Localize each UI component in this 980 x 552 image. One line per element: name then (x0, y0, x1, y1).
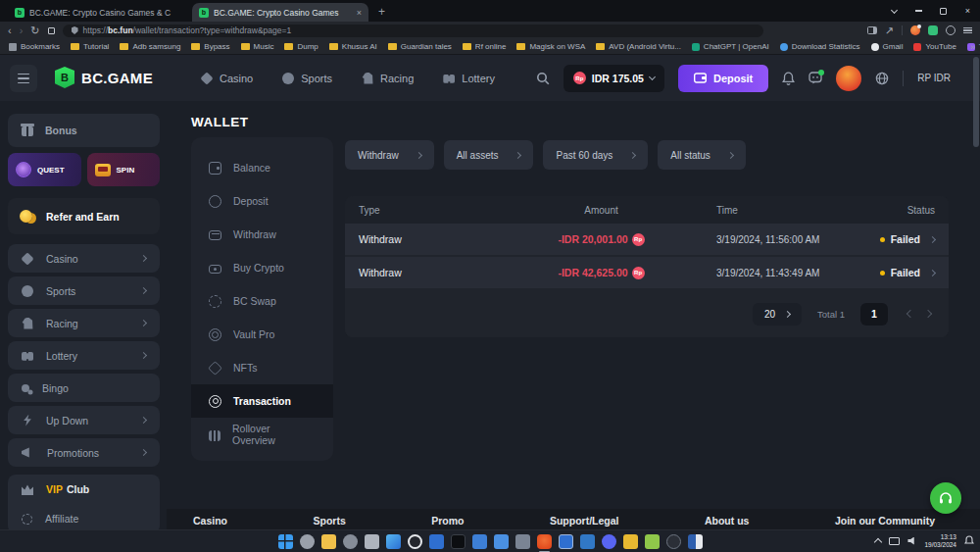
wallet-menu-balance[interactable]: Balance (191, 151, 333, 184)
sidebar-item-lottery[interactable]: Lottery (8, 341, 160, 370)
taskbar-clock[interactable]: 13:13 19/03/2024 (924, 533, 956, 548)
deposit-button[interactable]: Deposit (678, 65, 768, 92)
sidebar-item-affiliate[interactable]: Affiliate (8, 504, 160, 529)
address-bar[interactable]: https://bc.fun/wallet/transaction?type=w… (63, 25, 763, 37)
bookmark-adb-samsung[interactable]: Adb samsung (120, 42, 180, 51)
window-close-button[interactable]: × (956, 0, 980, 22)
bookmark-tutorial[interactable]: Tutorial (71, 42, 109, 51)
pc-app-icon[interactable] (494, 534, 509, 549)
bookmark-music[interactable]: Music (241, 42, 274, 51)
start-button[interactable] (278, 534, 293, 549)
forward-button[interactable]: › (20, 25, 24, 36)
extension-green-icon[interactable] (928, 25, 938, 35)
live-support-button[interactable] (930, 482, 961, 514)
nav-racing[interactable]: Racing (362, 73, 414, 84)
nav-lottery[interactable]: Lottery (443, 73, 495, 84)
sidebar-item-casino[interactable]: Casino (8, 244, 160, 273)
user-avatar[interactable] (836, 66, 861, 91)
prev-page-icon[interactable] (906, 310, 914, 318)
photos-app-icon[interactable] (386, 534, 401, 549)
bookmark-download-statistics[interactable]: Download Statistics (780, 42, 860, 51)
wallet-menu-deposit[interactable]: Deposit (191, 184, 333, 218)
clock-app-icon[interactable] (408, 534, 422, 549)
next-page-icon[interactable] (924, 310, 932, 318)
wallet-menu-rollover-overview[interactable]: Rollover Overview (191, 418, 333, 451)
search-tool-icon[interactable] (343, 534, 358, 549)
filter-date-range[interactable]: Past 60 days (543, 140, 648, 170)
bookmark-avd[interactable]: AVD (Android Virtu... (596, 42, 681, 51)
notifications-bell-icon[interactable] (782, 72, 795, 85)
current-page[interactable]: 1 (860, 303, 888, 326)
bookmark-youtube[interactable]: YouTube (913, 42, 956, 51)
system-monitor-icon[interactable] (559, 534, 573, 549)
bookmark-bypass[interactable]: Bypass (191, 42, 229, 51)
notepad-icon[interactable] (645, 534, 660, 549)
wallet-menu-withdraw[interactable]: Withdraw (191, 218, 333, 251)
wallet-menu-transaction[interactable]: Transaction (191, 384, 333, 418)
tab-close-icon[interactable]: × (357, 8, 362, 18)
back-button[interactable]: ‹ (8, 25, 12, 36)
browser-tab-inactive[interactable]: b BC.GAME: Crypto Casino Games & C (8, 3, 184, 22)
extension-ghost-icon[interactable] (946, 25, 956, 35)
hamburger-menu-icon[interactable] (10, 65, 37, 92)
bonus-button[interactable]: Bonus (8, 114, 160, 147)
bcgame-logo[interactable]: B BC.GAME (55, 67, 153, 88)
powershell-icon[interactable] (429, 534, 444, 549)
notification-center-icon[interactable] (964, 535, 974, 546)
terminal-icon[interactable] (451, 534, 466, 549)
sidebar-item-bingo[interactable]: Bingo (8, 374, 160, 402)
nav-casino[interactable]: Casino (201, 73, 253, 84)
sidebar-item-racing[interactable]: Racing (8, 309, 160, 337)
reload-button[interactable]: ↻ (30, 25, 39, 36)
bookmark-gmail[interactable]: Gmail (871, 42, 904, 51)
bookmark-guardian-tales[interactable]: Guardian tales (388, 42, 452, 51)
remote-desktop-icon[interactable] (472, 534, 487, 549)
bookmarks-overflow-icon[interactable]: » (970, 42, 975, 52)
search-icon[interactable] (536, 72, 550, 85)
utility-app-icon[interactable] (623, 534, 638, 549)
new-tab-button[interactable]: + (378, 5, 385, 19)
extension-rewards-icon[interactable] (910, 25, 920, 35)
bookmark-chatgpt[interactable]: ChatGPT | OpenAI (692, 42, 769, 51)
table-row[interactable]: Withdraw -IDR 20,001.00 Rp 3/19/2024, 11… (345, 224, 949, 257)
window-maximize-button[interactable] (931, 0, 956, 22)
table-row[interactable]: Withdraw -IDR 42,625.00 Rp 3/19/2024, 11… (345, 257, 949, 290)
sidebar-panel-icon[interactable] (867, 26, 877, 34)
bookmark-rf-online[interactable]: Rf online (463, 42, 507, 51)
wallet-menu-bc-swap[interactable]: BC Swap (191, 284, 333, 318)
spin-button[interactable]: SPIN (87, 153, 161, 186)
bookmark-dump[interactable]: Dump (284, 42, 318, 51)
wallet-menu-vault-pro[interactable]: Vault Pro (191, 318, 333, 351)
window-minimize-button[interactable] (906, 0, 931, 22)
chat-icon[interactable] (808, 72, 822, 84)
sidebar-item-up-down[interactable]: Up Down (8, 406, 160, 434)
bookmark-panel-icon[interactable] (48, 27, 55, 34)
dev-app-icon[interactable] (580, 534, 595, 549)
sidebar-item-promotions[interactable]: Promotions (8, 438, 160, 467)
wallet-menu-nfts[interactable]: NFTs (191, 351, 333, 384)
sidebar-item-sports[interactable]: Sports (8, 276, 160, 305)
share-icon[interactable]: ↗ (885, 25, 894, 36)
refer-and-earn-button[interactable]: Refer and Earn (8, 198, 160, 234)
notes-app-icon[interactable] (365, 534, 379, 549)
bookmark-khusus-ai[interactable]: Khusus AI (329, 42, 377, 51)
display-app-icon[interactable] (688, 534, 703, 549)
browser-menu-icon[interactable] (963, 27, 972, 34)
filter-status[interactable]: All status (658, 140, 746, 170)
site-permissions-icon[interactable] (72, 26, 78, 34)
filter-assets[interactable]: All assets (444, 140, 534, 170)
display-tray-icon[interactable] (889, 537, 900, 545)
balance-selector[interactable]: Rp IDR 175.05 (564, 65, 664, 92)
page-size-selector[interactable]: 20 (753, 303, 802, 326)
quest-button[interactable]: QUEST (8, 153, 81, 186)
media-app-icon[interactable] (515, 534, 530, 549)
sidebar-item-vip-club[interactable]: VIP Club (8, 475, 160, 504)
bookmark-magisk-wsa[interactable]: Magisk on WSA (516, 42, 585, 51)
brave-browser-icon[interactable] (537, 534, 552, 549)
tray-overflow-chevron-icon[interactable] (874, 538, 882, 546)
file-explorer-icon[interactable] (321, 534, 336, 549)
wallet-menu-buy-crypto[interactable]: Buy Crypto (191, 251, 333, 284)
settings-icon[interactable] (300, 534, 315, 549)
discord-icon[interactable] (602, 534, 616, 549)
volume-icon[interactable] (907, 537, 916, 545)
